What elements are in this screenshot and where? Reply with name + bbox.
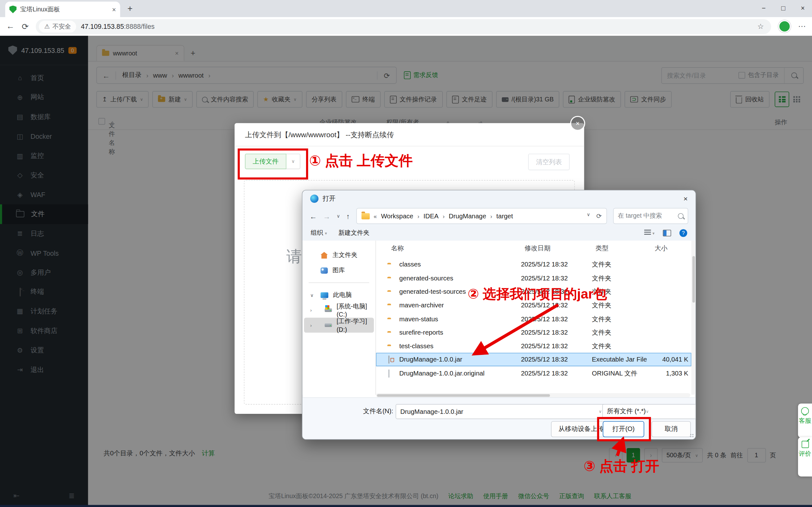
- crumb-idea[interactable]: IDEA: [423, 212, 439, 220]
- new-tab-button[interactable]: [128, 3, 133, 14]
- browser-tab-title: 宝塔Linux面板: [20, 5, 108, 14]
- warning-icon: [44, 23, 50, 30]
- crumb-target[interactable]: target: [496, 212, 513, 220]
- search-placeholder: 在 target 中搜索: [618, 212, 675, 221]
- upload-dialog-title: 上传文件到【/www/wwwroot】 --支持断点续传: [235, 123, 584, 147]
- baota-favicon: [9, 5, 16, 13]
- baota-panel-page: 47.109.153.85 0 首页 网站 数据库 Docker 监控 安全 W…: [0, 36, 812, 507]
- browser-urlbar: 不安全 47.109.153.85:8888/files: [0, 17, 812, 36]
- browser-profile-avatar[interactable]: [778, 20, 791, 33]
- open-file-dialog: 打开 Workspace IDEA DrugManage target: [302, 190, 696, 440]
- back-icon[interactable]: [6, 22, 14, 31]
- nav-item-this-pc[interactable]: 此电脑: [304, 288, 374, 302]
- horizontal-scrollbar[interactable]: [376, 393, 690, 397]
- crumb-drugmanage[interactable]: DrugManage: [449, 212, 486, 220]
- refresh-icon[interactable]: [596, 212, 602, 220]
- open-dialog-title: 打开: [322, 194, 679, 203]
- open-dialog-close-button[interactable]: [683, 194, 688, 203]
- upload-dialog-close-button[interactable]: [570, 116, 585, 131]
- file-row[interactable]: surefire-reports2025/5/12 18:32文件夹: [376, 326, 691, 339]
- chevron-down-icon: [599, 409, 602, 414]
- chevron-down-icon: [325, 231, 327, 236]
- tab-close-icon[interactable]: [112, 5, 116, 13]
- col-date[interactable]: 修改日期: [525, 244, 551, 253]
- view-mode-button[interactable]: [644, 229, 654, 236]
- nav-item-drive-d[interactable]: [工作-学习] (D:): [304, 318, 374, 332]
- reload-icon[interactable]: [22, 21, 29, 32]
- drop-zone-hint: 请: [287, 246, 302, 268]
- chevron-down-icon: [646, 409, 649, 414]
- divider: [309, 282, 369, 283]
- screen-bottom-edge: [0, 505, 812, 507]
- col-name[interactable]: 名称: [391, 244, 404, 253]
- annotation-text-step1: ① 点击 上传文件: [309, 152, 413, 170]
- folder-icon: [361, 213, 369, 219]
- headset-icon: [801, 407, 809, 415]
- col-type[interactable]: 类型: [596, 244, 609, 253]
- clear-list-button[interactable]: 清空列表: [528, 154, 570, 170]
- open-dialog-titlebar: 打开: [302, 190, 695, 207]
- maximize-button[interactable]: [781, 4, 785, 12]
- gallery-icon: [321, 267, 328, 274]
- support-widget[interactable]: 客服: [798, 403, 812, 438]
- open-dialog-body: 主文件夹 图库 此电脑 [系统-电脑] (C:) [工作-学习] (D:) 名称…: [302, 240, 695, 395]
- annotation-box-step3: [597, 417, 651, 441]
- review-widget-label: 评价: [799, 450, 811, 457]
- crumb-workspace[interactable]: Workspace: [381, 212, 413, 220]
- browser-menu-icon[interactable]: [798, 22, 806, 31]
- crumb-collapse-icon[interactable]: [374, 213, 377, 219]
- file-list: 名称 修改日期 类型 大小 classes2025/5/12 18:32文件夹 …: [376, 240, 695, 395]
- annotation-text-step3: ③ 点击 打开: [583, 457, 659, 475]
- file-row[interactable]: maven-status2025/5/12 18:32文件夹: [376, 313, 691, 326]
- annotation-box-step1: [238, 149, 308, 180]
- file-icon: [388, 370, 389, 378]
- file-row[interactable]: classes2025/5/12 18:32文件夹: [376, 258, 691, 271]
- nav-forward-icon[interactable]: [323, 212, 331, 220]
- chevron-down-icon: [310, 292, 314, 297]
- help-icon[interactable]: [679, 229, 687, 236]
- open-dialog-addressbar[interactable]: Workspace IDEA DrugManage target: [356, 208, 607, 224]
- open-dialog-navbar: Workspace IDEA DrugManage target 在 targe…: [302, 207, 695, 225]
- nav-item-gallery[interactable]: 图库: [304, 263, 374, 278]
- file-row-selected-jar[interactable]: DrugManage-1.0.0.jar2025/5/12 18:32Execu…: [376, 353, 691, 366]
- new-folder-button[interactable]: 新建文件夹: [339, 228, 369, 237]
- file-row[interactable]: test-classes2025/5/12 18:32文件夹: [376, 339, 691, 353]
- not-secure-label: 不安全: [52, 22, 71, 31]
- data-drive-icon: [325, 323, 332, 327]
- address-dropdown-icon[interactable]: [587, 212, 590, 220]
- nav-up-icon[interactable]: [346, 212, 350, 220]
- url-text: 47.109.153.85:8888/files: [81, 22, 753, 30]
- bookmark-star-icon[interactable]: [757, 22, 764, 31]
- organize-menu[interactable]: 组织: [311, 228, 327, 237]
- file-row[interactable]: generated-sources2025/5/12 18:32文件夹: [376, 272, 691, 285]
- nav-back-icon[interactable]: [310, 212, 317, 220]
- cancel-button[interactable]: 取消: [652, 421, 691, 437]
- pencil-icon: [802, 441, 809, 448]
- home-icon: [321, 252, 328, 259]
- nav-item-home[interactable]: 主文件夹: [304, 248, 374, 263]
- filename-combobox[interactable]: DrugManage-1.0.0.jar: [396, 404, 606, 419]
- computer-icon: [321, 292, 328, 298]
- open-dialog-search[interactable]: 在 target 中搜索: [613, 208, 688, 224]
- address-bar[interactable]: 不安全 47.109.153.85:8888/files: [36, 19, 771, 34]
- filename-row: 文件名(N): DrugManage-1.0.0.jar 所有文件 (*.*): [302, 404, 695, 418]
- file-list-header: 名称 修改日期 类型 大小: [376, 242, 691, 255]
- not-secure-chip[interactable]: 不安全: [39, 20, 76, 32]
- chevron-right-icon: [310, 323, 312, 328]
- support-widget-label: 客服: [799, 417, 811, 424]
- minimize-button[interactable]: [762, 4, 766, 12]
- review-widget[interactable]: 评价: [798, 437, 812, 476]
- resize-grip[interactable]: [690, 434, 694, 438]
- browser-tab[interactable]: 宝塔Linux面板: [5, 2, 120, 17]
- search-icon: [678, 213, 683, 219]
- close-window-button[interactable]: [801, 4, 805, 12]
- preview-pane-icon[interactable]: [663, 229, 671, 236]
- vertical-scrollbar[interactable]: [692, 240, 696, 395]
- nav-item-drive-c[interactable]: [系统-电脑] (C:): [304, 302, 374, 318]
- system-drive-icon: [325, 308, 332, 312]
- file-row[interactable]: DrugManage-1.0.0.jar.original2025/5/12 1…: [376, 367, 691, 380]
- filename-label: 文件名(N):: [363, 407, 393, 416]
- list-lines-icon: [644, 229, 651, 235]
- col-size[interactable]: 大小: [655, 244, 668, 253]
- nav-history-icon[interactable]: [337, 213, 340, 218]
